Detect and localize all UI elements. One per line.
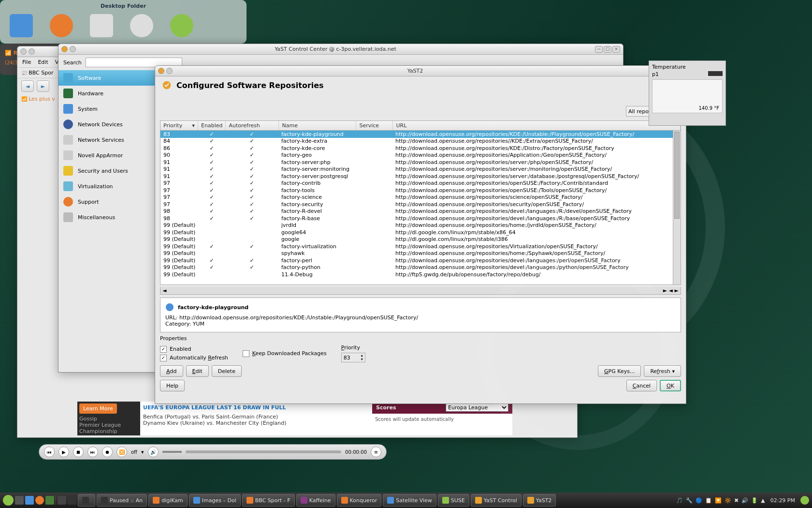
repo-row[interactable]: 99 (Default)✓✓factory-packmanhttp://ftp.… bbox=[160, 278, 681, 279]
gpg-keys-button[interactable]: GPG Keys... bbox=[598, 365, 641, 377]
tray-icon[interactable]: 🔧 bbox=[686, 497, 693, 504]
shuffle-button[interactable]: 🔀 bbox=[116, 447, 127, 457]
stop-button[interactable]: ⏹ bbox=[73, 447, 84, 457]
repo-row[interactable]: 99 (Default)googlehttp://dl.google.com/l… bbox=[160, 236, 681, 243]
notes-icon[interactable] bbox=[90, 14, 113, 37]
tray-icon[interactable]: 🔋 bbox=[751, 497, 758, 504]
cancel-button[interactable]: Cancel bbox=[626, 380, 657, 391]
repo-row[interactable]: 91✓✓factory-server:postgresqlhttp://down… bbox=[160, 173, 681, 180]
tray-icon[interactable]: 📋 bbox=[705, 497, 712, 504]
home-icon[interactable] bbox=[10, 14, 33, 37]
repo-row[interactable]: 86✓✓factory-kde-corehttp://download.open… bbox=[160, 145, 681, 152]
repo-row[interactable]: 99 (Default)jvrdldhttp://download.opensu… bbox=[160, 222, 681, 229]
delete-button[interactable]: Delete bbox=[212, 365, 242, 377]
prev-button[interactable]: ⏮ bbox=[44, 447, 55, 457]
enabled-checkbox[interactable]: ✓ bbox=[160, 346, 167, 353]
repo-row[interactable]: 99 (Default)11.4-Debughttp://ftp5.gwdg.d… bbox=[160, 271, 681, 278]
repo-row[interactable]: 99 (Default)✓✓factory-pythonhttp://downl… bbox=[160, 264, 681, 271]
col-name[interactable]: Name bbox=[279, 121, 356, 130]
tray-icon[interactable]: ✖ bbox=[734, 497, 739, 504]
vertical-scrollbar[interactable] bbox=[673, 131, 681, 284]
help-button[interactable]: Help bbox=[160, 380, 185, 391]
min-button[interactable]: − bbox=[595, 46, 603, 53]
repo-row[interactable]: 83✓✓factory-kde-playgroundhttp://downloa… bbox=[160, 131, 681, 138]
tray-icon[interactable]: 🔊 bbox=[741, 497, 748, 504]
col-enabled[interactable]: Enabled bbox=[198, 121, 226, 130]
col-url[interactable]: URL bbox=[393, 121, 681, 130]
taskbar-item[interactable]: YaST Control bbox=[471, 494, 522, 507]
terminal-icon[interactable] bbox=[45, 496, 54, 505]
taskbar-item[interactable]: digiKam bbox=[148, 494, 188, 507]
taskbar-item[interactable] bbox=[78, 494, 95, 507]
repo-row[interactable]: 98✓✓factory-R-basehttp://download.opensu… bbox=[160, 215, 681, 222]
volume-slider[interactable] bbox=[162, 451, 182, 453]
refresh-button[interactable]: Refresh ▾ bbox=[644, 365, 681, 377]
repo-row[interactable]: 91✓✓factory-server:phphttp://download.op… bbox=[160, 159, 681, 166]
taskbar-item[interactable]: YaST2 bbox=[523, 494, 556, 507]
window-pin-icon[interactable] bbox=[70, 46, 76, 52]
col-autorefresh[interactable]: Autorefresh bbox=[226, 121, 279, 130]
playlist-button[interactable]: ≡ bbox=[371, 447, 381, 457]
suse-icon[interactable] bbox=[170, 14, 193, 37]
window-pin-icon[interactable] bbox=[29, 48, 35, 55]
pager-2-icon[interactable] bbox=[68, 496, 76, 505]
pager-1-icon[interactable] bbox=[58, 496, 66, 505]
firefox-icon[interactable] bbox=[50, 14, 73, 37]
repo-row[interactable]: 91✓✓factory-server:monitoringhttp://down… bbox=[160, 166, 681, 173]
add-button[interactable]: Add bbox=[160, 365, 183, 377]
window-icon[interactable] bbox=[158, 68, 164, 74]
horizontal-scrollbar[interactable]: ◄► ◄ ► bbox=[160, 287, 681, 295]
league-select[interactable]: Europa League bbox=[446, 403, 508, 412]
play-button[interactable]: ▶ bbox=[58, 447, 69, 457]
ok-button[interactable]: OK bbox=[660, 380, 681, 391]
nav-premier[interactable]: Premier League bbox=[79, 422, 138, 428]
opensuse-button[interactable] bbox=[800, 496, 809, 505]
seek-slider[interactable] bbox=[186, 450, 342, 453]
office-icon[interactable] bbox=[130, 14, 153, 37]
volume-button[interactable]: 🔊 bbox=[148, 447, 159, 457]
col-service[interactable]: Service bbox=[356, 121, 393, 130]
repo-row[interactable]: 98✓✓factory-R-develhttp://download.opens… bbox=[160, 208, 681, 215]
taskbar-item[interactable]: Kaffeine bbox=[296, 494, 335, 507]
repo-row[interactable]: 97✓✓factory-contribhttp://download.opens… bbox=[160, 180, 681, 187]
next-button[interactable]: ⏭ bbox=[87, 447, 98, 457]
repo-row[interactable]: 99 (Default)✓✓factory-virtualizationhttp… bbox=[160, 243, 681, 250]
repo-row[interactable]: 99 (Default)spyhawkhttp://download.opens… bbox=[160, 250, 681, 257]
repo-row[interactable]: 97✓✓factory-securityhttp://download.open… bbox=[160, 201, 681, 208]
nav-championship[interactable]: Championship bbox=[79, 428, 138, 434]
nav-back-button[interactable]: ◄ bbox=[21, 80, 34, 92]
taskbar-item[interactable]: Paused :: An bbox=[97, 494, 147, 507]
nav-gossip[interactable]: Gossip bbox=[79, 416, 138, 422]
taskbar-item[interactable]: Konqueror bbox=[337, 494, 382, 507]
firefox-launcher-icon[interactable] bbox=[35, 496, 44, 505]
taskbar-item[interactable]: Satellite View bbox=[383, 494, 436, 507]
taskbar-item[interactable]: Images – Dol bbox=[189, 494, 241, 507]
learn-more-button[interactable]: Learn More bbox=[79, 403, 117, 414]
tray-icon[interactable]: 🔽 bbox=[715, 497, 722, 504]
clock[interactable]: 02:29 PM bbox=[767, 497, 799, 504]
filemanager-icon[interactable] bbox=[25, 496, 34, 505]
window-icon[interactable] bbox=[61, 46, 68, 52]
taskbar-item[interactable]: SUSE bbox=[438, 494, 469, 507]
repo-row[interactable]: 84✓✓factory-kde-extrahttp://download.ope… bbox=[160, 138, 681, 145]
tray-icon[interactable]: 🎵 bbox=[676, 497, 683, 504]
col-priority[interactable]: Priority ▾ bbox=[160, 121, 198, 130]
priority-spinner[interactable]: 83▴▾ bbox=[341, 353, 365, 362]
tray-icon[interactable]: ▲ bbox=[761, 497, 765, 504]
close-button[interactable]: × bbox=[612, 46, 620, 53]
repo-row[interactable]: 99 (Default)✓✓factory-perlhttp://downloa… bbox=[160, 257, 681, 264]
window-pin-icon[interactable] bbox=[166, 68, 173, 74]
keep-packages-checkbox[interactable] bbox=[243, 350, 249, 357]
menu-file[interactable]: File bbox=[22, 59, 31, 65]
tray-icon[interactable]: 🔆 bbox=[725, 497, 731, 504]
auto-refresh-checkbox[interactable]: ✓ bbox=[160, 355, 167, 361]
repo-row[interactable]: 97✓✓factory-toolshttp://download.opensus… bbox=[160, 187, 681, 194]
activity-icon[interactable] bbox=[15, 496, 24, 505]
taskbar-item[interactable]: BBC Sport - F bbox=[242, 494, 295, 507]
rec-button[interactable]: ⏺ bbox=[102, 447, 113, 457]
start-menu-button[interactable] bbox=[3, 495, 14, 506]
repo-row[interactable]: 99 (Default)google64http://dl.google.com… bbox=[160, 229, 681, 236]
window-menu-icon[interactable] bbox=[20, 48, 27, 55]
menu-edit[interactable]: Edit bbox=[38, 59, 48, 65]
tray-icon[interactable]: 🔵 bbox=[696, 497, 702, 504]
